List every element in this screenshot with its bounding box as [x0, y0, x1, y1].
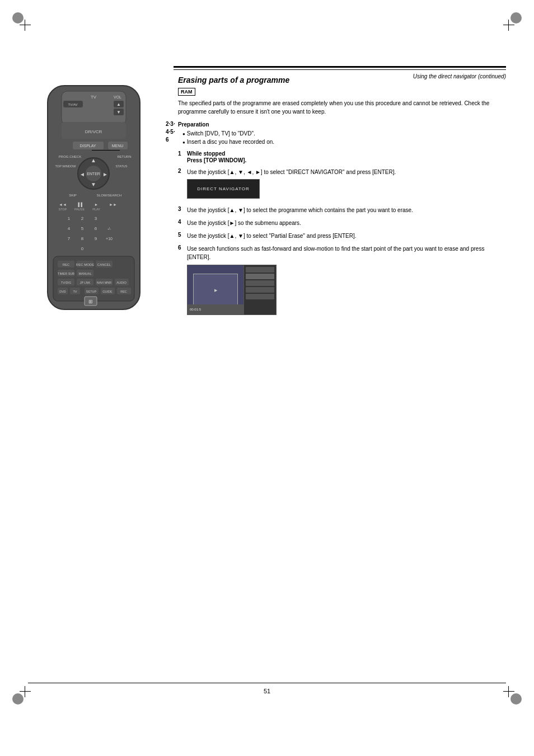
svg-text:PLAY: PLAY [92, 208, 100, 211]
svg-text:MENU: MENU [112, 144, 124, 148]
svg-text:CANCEL: CANCEL [97, 263, 111, 266]
svg-text:RETURN: RETURN [118, 155, 132, 158]
svg-text:▼: ▼ [91, 181, 96, 187]
svg-text:TV: TV [91, 95, 97, 100]
svg-text:8: 8 [81, 236, 84, 241]
svg-text:►: ► [102, 171, 108, 177]
step-2-content: Use the joystick [▲, ▼, ◄, ►] to select … [187, 168, 506, 201]
partial-erase-screen: ▶ 00:01:5 [187, 265, 277, 315]
svg-text:SKIP: SKIP [69, 194, 77, 197]
step-1: 1 While stopped Press [TOP WINDOW]. [178, 151, 506, 163]
step-1-text: Press [TOP WINDOW]. [187, 157, 246, 163]
bullet-dvd: Switch [DVD, TV] to "DVD". [178, 129, 506, 138]
step-6-text: Use search functions such as fast-forwar… [187, 246, 484, 260]
svg-text:GUIDE: GUIDE [102, 290, 113, 293]
svg-text:PAUSE: PAUSE [74, 208, 85, 211]
svg-text:2: 2 [81, 216, 84, 221]
step-3-content: Use the joystick [▲, ▼] to select the pr… [187, 206, 506, 214]
svg-text:REC: REC [63, 263, 70, 266]
label-step-2345: 2·3·4·5·6 [166, 120, 175, 144]
remote-control-image: TV VOL TV/AV ▲ ▼ DR/VCR DISPLAY MENU PRO… [31, 83, 160, 319]
page-number: 51 [0, 688, 534, 694]
svg-text:STOP: STOP [59, 208, 67, 211]
svg-text:TV: TV [73, 290, 77, 293]
svg-text:◄: ◄ [79, 171, 85, 177]
svg-text:4: 4 [68, 226, 71, 231]
svg-text:DISPLAY: DISPLAY [79, 144, 96, 148]
svg-text:9: 9 [95, 236, 97, 241]
bottom-divider [28, 683, 506, 683]
svg-text:-/-: -/- [107, 227, 111, 231]
svg-text:+10: +10 [106, 237, 113, 241]
svg-text:VOL: VOL [114, 95, 121, 99]
connector-line-1 [92, 150, 120, 151]
svg-text:1: 1 [68, 216, 71, 221]
section-description: The specified parts of the programme are… [178, 99, 506, 116]
bullet-disc: Insert a disc you have recorded on. [178, 138, 506, 146]
step-2: 2 Use the joystick [▲, ▼, ◄, ►] to selec… [178, 168, 506, 201]
svg-text:JP LNK: JP LNK [80, 281, 91, 284]
svg-text:AUDIO: AUDIO [116, 281, 127, 284]
direct-navigator-label: DIRECT NAVIGATOR [197, 186, 250, 191]
step-4-text: Use the joystick [►] so the submenu appe… [187, 220, 301, 226]
svg-text:TV/AV: TV/AV [68, 103, 78, 106]
step-3: 3 Use the joystick [▲, ▼] to select the … [178, 206, 506, 214]
svg-text:SLOW/SEARCH: SLOW/SEARCH [97, 194, 121, 197]
step-1-number: 1 [178, 151, 187, 163]
step-2-number: 2 [178, 168, 187, 201]
step-5-number: 5 [178, 232, 187, 240]
svg-text:NAVI MNR: NAVI MNR [97, 281, 112, 284]
svg-text:►►: ►► [109, 203, 117, 206]
svg-text:3: 3 [95, 216, 97, 221]
svg-text:DVD: DVD [59, 290, 66, 293]
header-line-thin [174, 69, 506, 70]
svg-text:REC: REC [120, 290, 127, 293]
svg-text:REC MODE: REC MODE [76, 263, 94, 266]
step-5-text: Use the joystick [▲, ▼] to select "Parti… [187, 233, 357, 239]
section-title: Erasing parts of a programme [178, 76, 506, 84]
svg-text:STATUS: STATUS [116, 165, 128, 168]
step-6-content: Use search functions such as fast-forwar… [187, 245, 506, 315]
step-6: 6 Use search functions such as fast-forw… [178, 245, 506, 315]
ram-badge: RAM [178, 88, 195, 96]
header-line-thick [174, 66, 506, 68]
svg-text:TIMER SUB: TIMER SUB [58, 272, 74, 275]
step-5-content: Use the joystick [▲, ▼] to select "Parti… [187, 232, 506, 240]
step-4-number: 4 [178, 219, 187, 227]
svg-text:7: 7 [68, 236, 71, 241]
step-1-content: While stopped Press [TOP WINDOW]. [187, 151, 506, 163]
steps-list: 1 While stopped Press [TOP WINDOW]. 2 Us… [178, 151, 506, 315]
svg-text:MANUAL: MANUAL [79, 272, 92, 275]
svg-text:SETUP: SETUP [86, 290, 97, 293]
svg-text:5: 5 [81, 226, 84, 231]
svg-text:⊞: ⊞ [88, 299, 93, 304]
corner-mark-tl [17, 17, 34, 34]
step-2-text: Use the joystick [▲, ▼, ◄, ►] to select … [187, 169, 396, 175]
preparation-title: Preparation [178, 121, 506, 128]
svg-text:▼: ▼ [116, 110, 121, 115]
svg-text:PROG.CHECK: PROG.CHECK [59, 155, 81, 158]
svg-text:DR/VCR: DR/VCR [85, 129, 102, 134]
svg-text:►: ► [95, 203, 99, 206]
step-3-text: Use the joystick [▲, ▼] to select the pr… [187, 207, 413, 213]
step-4: 4 Use the joystick [►] so the submenu ap… [178, 219, 506, 227]
step-4-content: Use the joystick [►] so the submenu appe… [187, 219, 506, 227]
step-3-number: 3 [178, 206, 187, 214]
step-1-label: While stopped [187, 151, 506, 157]
svg-text:0: 0 [81, 246, 84, 251]
svg-text:▲: ▲ [91, 157, 96, 163]
step-5: 5 Use the joystick [▲, ▼] to select "Par… [178, 232, 506, 240]
content-area: Erasing parts of a programme RAM The spe… [178, 76, 506, 320]
svg-text:6: 6 [95, 226, 97, 231]
svg-text:ENTER: ENTER [87, 172, 100, 176]
direct-navigator-screen: DIRECT NAVIGATOR [187, 179, 260, 199]
svg-text:TOP WINDOW: TOP WINDOW [55, 165, 77, 168]
corner-mark-tr [500, 17, 517, 34]
svg-text:TV/DIG: TV/DIG [61, 281, 71, 284]
step-6-number: 6 [178, 245, 187, 315]
svg-text:▲: ▲ [116, 102, 121, 107]
svg-text:◄◄: ◄◄ [59, 203, 67, 206]
